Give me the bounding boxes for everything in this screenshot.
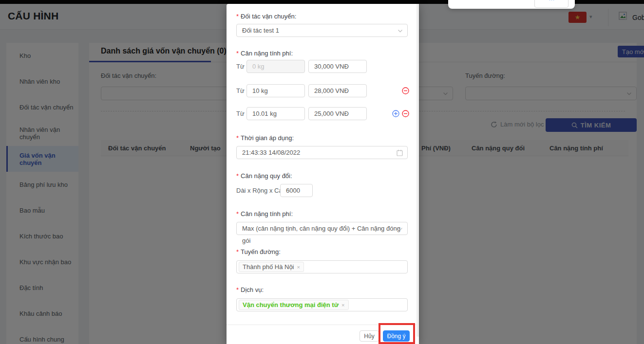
- required-mark: *: [236, 50, 239, 57]
- cutoff-popup-button[interactable]: ⋯: [534, 0, 568, 8]
- fee-input-0[interactable]: [308, 60, 367, 73]
- apply-time-datepicker[interactable]: 21:43:33 14/08/2022: [236, 146, 408, 159]
- partner-field-label: *Đối tác vận chuyển:: [236, 13, 296, 20]
- route-tag: Thành phố Hà Nội ×: [239, 262, 304, 272]
- remove-tag-icon[interactable]: ×: [297, 264, 300, 270]
- row-prefix-label: Từ: [236, 110, 245, 117]
- service-multiselect[interactable]: Vận chuyển thương mại điện tử ×: [236, 298, 408, 311]
- required-mark: *: [236, 13, 239, 20]
- chevron-down-icon: [398, 226, 403, 232]
- weight-from-input-0: [246, 60, 305, 73]
- required-mark: *: [236, 286, 239, 293]
- app-screen: CẤU HÌNH ★ ▾ Gob Kho Nhân viên kho Đối t…: [0, 0, 644, 344]
- required-mark: *: [236, 134, 239, 142]
- required-mark: *: [236, 210, 239, 217]
- route-label: *Tuyến đường:: [236, 248, 281, 255]
- required-mark: *: [236, 172, 239, 180]
- converted-weight-label: *Cân nặng quy đổi:: [236, 172, 292, 180]
- apply-time-label: *Thời gian áp dụng:: [236, 134, 294, 142]
- fee-input-2[interactable]: [308, 107, 367, 120]
- row-prefix-label: Từ: [236, 63, 245, 70]
- weight-from-input-2[interactable]: [246, 107, 305, 120]
- weight-fee-label: *Cân nặng tính phí:: [236, 50, 293, 57]
- fee-weight-method-label: *Cân nặng tính phí:: [236, 210, 293, 217]
- service-label: *Dịch vụ:: [236, 286, 264, 293]
- fee-weight-method-select[interactable]: Max (cân nặng tịnh, cân nặng quy đổi) + …: [236, 222, 408, 235]
- cutoff-popup: ⋯: [448, 0, 575, 9]
- add-row-icon[interactable]: [392, 110, 399, 117]
- weight-from-input-1[interactable]: [246, 84, 305, 97]
- remove-row-icon[interactable]: [402, 87, 409, 94]
- modal-scrollbar[interactable]: [417, 4, 419, 337]
- route-multiselect[interactable]: Thành phố Hà Nội ×: [236, 260, 408, 273]
- cancel-button[interactable]: Hủy: [360, 330, 379, 342]
- chevron-down-icon: [398, 28, 403, 34]
- required-mark: *: [236, 248, 239, 255]
- shipping-cost-modal: *Đối tác vận chuyển: Đối tác test 1 *Cân…: [227, 4, 419, 344]
- remove-row-icon[interactable]: [402, 110, 409, 117]
- annotation-highlight-rect: [379, 323, 415, 344]
- converted-weight-divisor-input[interactable]: [280, 184, 313, 197]
- service-tag: Vận chuyển thương mại điện tử ×: [239, 300, 349, 310]
- calendar-icon: [397, 149, 403, 156]
- fee-input-1[interactable]: [308, 84, 367, 97]
- ellipsis-icon: ⋯: [549, 0, 554, 3]
- row-prefix-label: Từ: [236, 87, 245, 94]
- partner-select[interactable]: Đối tác test 1: [236, 24, 408, 37]
- remove-tag-icon[interactable]: ×: [341, 302, 344, 308]
